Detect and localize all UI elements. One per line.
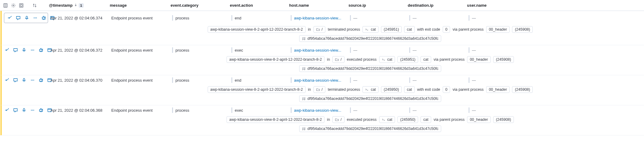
row-details-hash: df954abca766aceddd79dd20429e4f2220190186…: [2, 35, 644, 45]
host-link[interactable]: awp-kibana-session-view...: [294, 16, 341, 20]
in-text: in: [327, 57, 330, 62]
col-header-source-ip[interactable]: source.ip: [346, 3, 405, 8]
comment-icon[interactable]: [15, 15, 21, 21]
columns-icon[interactable]: [2, 2, 9, 8]
parent-chip[interactable]: 00_header: [486, 26, 510, 33]
parent-pid-chip[interactable]: (245908): [512, 86, 533, 93]
comment-icon[interactable]: [12, 77, 19, 83]
pin-icon[interactable]: [21, 107, 27, 113]
pin-icon[interactable]: [21, 47, 27, 53]
analyze-icon[interactable]: [41, 15, 47, 21]
cell-message: Endpoint process event: [109, 108, 170, 113]
more-icon[interactable]: [29, 107, 36, 113]
more-icon[interactable]: [32, 15, 38, 21]
row-actions: [4, 107, 48, 113]
host-chip[interactable]: awp-kibana-session-view-8-2-april-12-202…: [227, 116, 324, 123]
pin-icon[interactable]: [21, 77, 27, 83]
parent-pid-chip[interactable]: (245908): [493, 56, 514, 63]
cell-event-category: process: [170, 77, 229, 83]
col-header-timestamp[interactable]: @timestamp 1: [47, 3, 107, 8]
analyze-icon[interactable]: [38, 77, 44, 83]
terminal-icon: [365, 28, 369, 32]
svg-rect-2: [19, 4, 23, 7]
process-chip[interactable]: cat: [379, 56, 395, 63]
path-chip[interactable]: /: [332, 116, 344, 123]
col-label: host.name: [289, 3, 309, 8]
sort-desc-icon: [74, 3, 78, 8]
col-header-host-name[interactable]: host.name: [287, 3, 346, 8]
cell-destination-ip: —: [407, 77, 466, 83]
col-header-event-action[interactable]: event.action: [227, 3, 287, 8]
analyze-icon[interactable]: [38, 107, 44, 113]
host-chip[interactable]: awp-kibana-session-view-8-2-april-12-202…: [227, 56, 324, 63]
parent-chip[interactable]: 00_header: [467, 56, 491, 63]
pid-chip[interactable]: (245950): [397, 116, 418, 123]
cell-timestamp: Apr 21, 2022 @ 02:04:06.372: [48, 48, 109, 53]
row-actions: [4, 47, 48, 53]
row-details: awp-kibana-session-view-8-2-april-12-202…: [2, 25, 644, 35]
in-text: in: [327, 117, 330, 122]
process2-chip[interactable]: cat: [404, 26, 415, 33]
hash-chip[interactable]: df954abca766aceddd79dd20429e4f2220190186…: [299, 35, 441, 42]
col-header-destination-ip[interactable]: destination.ip: [405, 3, 465, 8]
hash-chip[interactable]: df954abca766aceddd79dd20429e4f2220190186…: [299, 95, 441, 102]
col-label: event.action: [230, 3, 253, 8]
hash-chip[interactable]: df954abca766aceddd79dd20429e4f2220190186…: [299, 65, 441, 72]
fullscreen-icon[interactable]: [18, 2, 24, 8]
process-chip[interactable]: cat: [362, 26, 379, 33]
header-toolbar: [2, 2, 47, 8]
hash-chip[interactable]: df954abca766aceddd79dd20429e4f2220190186…: [299, 125, 441, 132]
process2-chip[interactable]: cat: [404, 86, 415, 93]
col-label: destination.ip: [408, 3, 434, 8]
parent-pid-chip[interactable]: (245908): [512, 26, 533, 33]
parent-pid-chip[interactable]: (245908): [493, 116, 514, 123]
analyze-icon[interactable]: [38, 47, 44, 53]
more-icon[interactable]: [29, 47, 36, 53]
exit-code-chip[interactable]: 0: [443, 86, 450, 93]
comment-icon[interactable]: [12, 107, 19, 113]
process2-chip[interactable]: cat: [421, 56, 431, 63]
cell-user-name: —: [466, 107, 525, 113]
host-chip[interactable]: awp-kibana-session-view-8-2-april-12-202…: [208, 86, 306, 93]
col-header-user-name[interactable]: user.name: [465, 3, 524, 8]
cell-source-ip: —: [348, 107, 407, 113]
svg-rect-0: [4, 4, 7, 7]
row-details-hash: df954abca766aceddd79dd20429e4f2220190186…: [2, 125, 644, 135]
host-link[interactable]: awp-kibana-session-view...: [294, 78, 341, 83]
host-chip[interactable]: awp-kibana-session-view-8-2-april-12-202…: [208, 26, 306, 33]
hash-icon: [302, 67, 306, 71]
expand-icon[interactable]: [4, 107, 10, 113]
expand-icon[interactable]: [7, 15, 13, 21]
pid-chip[interactable]: (245951): [397, 56, 418, 63]
expand-icon[interactable]: [4, 77, 10, 83]
path-chip[interactable]: /: [313, 26, 325, 33]
sort-index-badge: 1: [79, 3, 84, 8]
process2-chip[interactable]: cat: [421, 116, 431, 123]
host-link[interactable]: awp-kibana-session-view...: [294, 48, 341, 53]
more-icon[interactable]: [29, 77, 36, 83]
sort-icon[interactable]: [32, 2, 38, 8]
col-header-message[interactable]: message: [107, 3, 168, 8]
pin-icon[interactable]: [24, 15, 30, 21]
path-chip[interactable]: /: [332, 56, 344, 63]
cell-host-name: awp-kibana-session-view...: [288, 107, 348, 113]
gear-icon[interactable]: [10, 2, 16, 8]
parent-chip[interactable]: 00_header: [486, 86, 510, 93]
cell-message: Endpoint process event: [109, 78, 170, 83]
exit-code-chip[interactable]: 0: [443, 26, 450, 33]
col-header-event-category[interactable]: event.category: [168, 3, 227, 8]
cell-event-action: exec: [229, 107, 288, 113]
process-chip[interactable]: cat: [362, 86, 379, 93]
cell-event-action: end: [229, 15, 288, 21]
expand-icon[interactable]: [4, 47, 10, 53]
parent-chip[interactable]: 00_header: [467, 116, 491, 123]
pid-chip[interactable]: (245951): [381, 26, 402, 33]
verb-text: terminated process: [328, 87, 360, 92]
in-text: in: [308, 27, 311, 32]
process-chip[interactable]: cat: [379, 116, 395, 123]
host-link[interactable]: awp-kibana-session-view...: [294, 108, 341, 113]
path-chip[interactable]: /: [313, 86, 325, 93]
folder-icon: [316, 88, 320, 92]
comment-icon[interactable]: [12, 47, 19, 53]
pid-chip[interactable]: (245950): [381, 86, 402, 93]
